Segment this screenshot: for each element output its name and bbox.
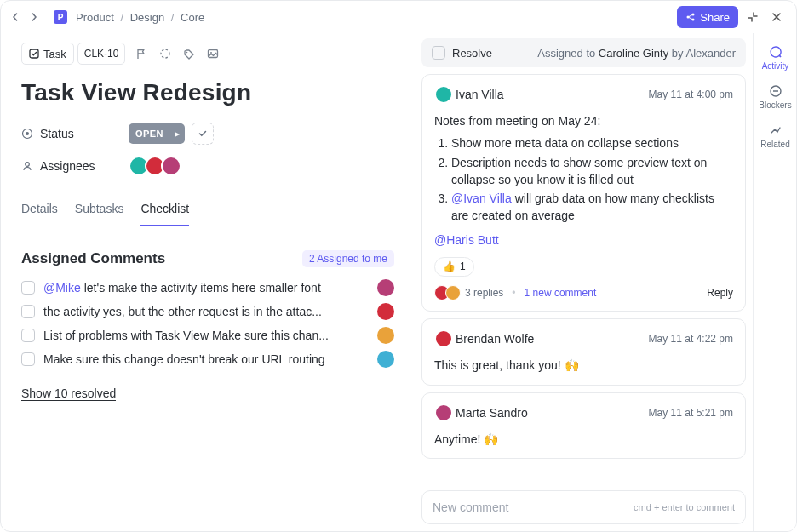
task-type-chip[interactable]: Task: [21, 43, 74, 65]
avatar[interactable]: [434, 85, 453, 104]
comment-text: @Mike let's make the activity items here…: [43, 281, 369, 295]
avatar[interactable]: [434, 403, 453, 422]
thread-participants[interactable]: [434, 285, 456, 300]
resolve-checkbox[interactable]: [432, 46, 445, 60]
rail-blockers[interactable]: Blockers: [754, 77, 796, 117]
task-title[interactable]: Task View Redesign: [21, 79, 394, 106]
assignees-avatars[interactable]: [129, 156, 177, 176]
resolve-label[interactable]: Resolve: [452, 47, 492, 60]
breadcrumb[interactable]: Product / Design / Core: [76, 11, 204, 24]
composer-placeholder: New comment: [433, 501, 508, 514]
status-field-label: Status: [21, 127, 129, 140]
status-value: OPEN: [135, 129, 163, 139]
tab-subtasks[interactable]: Subtasks: [75, 195, 124, 226]
side-rail: Activity Blockers Related: [754, 33, 796, 531]
assignees-field-label: Assignees: [21, 159, 129, 173]
svg-point-4: [161, 49, 169, 58]
breadcrumb-design[interactable]: Design: [130, 11, 164, 24]
reaction-chip[interactable]: 👍 1: [434, 257, 474, 277]
assigned-count-pill[interactable]: 2 Assigned to me: [302, 250, 394, 267]
comment-paragraph: Notes from meeting on May 24:: [434, 112, 733, 129]
comment-item[interactable]: @Mike let's make the activity items here…: [21, 276, 394, 300]
nav-back-icon[interactable]: [11, 13, 25, 21]
image-icon[interactable]: [207, 48, 222, 60]
assigned-comments-heading: Assigned Comments: [21, 250, 165, 267]
list-item: Description needs to show some preview t…: [451, 154, 733, 189]
checkbox[interactable]: [21, 352, 35, 366]
share-button[interactable]: Share: [677, 6, 738, 28]
status-complete-button[interactable]: [192, 123, 214, 145]
comment-time: May 11 at 5:21 pm: [649, 407, 733, 419]
avatar[interactable]: [377, 351, 394, 368]
reply-button[interactable]: Reply: [707, 287, 733, 299]
sprint-icon[interactable]: [159, 48, 175, 60]
avatar[interactable]: [434, 329, 453, 348]
reaction-count: 1: [460, 260, 466, 274]
comment-item[interactable]: Make sure this change doesn't break our …: [21, 347, 394, 371]
comment-author[interactable]: Brendan Wolfe: [456, 332, 534, 346]
comment-author[interactable]: Marta Sandro: [456, 406, 528, 420]
minimize-icon[interactable]: [743, 11, 762, 23]
topbar: P Product / Design / Core Share: [1, 1, 796, 33]
comment-text: the activity yes, but the other request …: [43, 305, 369, 318]
reaction-emoji: 👍: [443, 260, 456, 274]
resolve-bar: Resolve Assigned to Caroline Ginty by Al…: [421, 38, 746, 67]
tab-checklist[interactable]: Checklist: [140, 195, 189, 226]
status-next-icon[interactable]: ▸: [169, 128, 180, 140]
new-comment-link[interactable]: 1 new comment: [525, 287, 597, 299]
avatar[interactable]: [377, 303, 394, 320]
comment-time: May 11 at 4:22 pm: [649, 333, 733, 345]
comment-text: List of problems with Task View Make sur…: [43, 329, 369, 342]
rail-related[interactable]: Related: [754, 117, 796, 156]
show-resolved-link[interactable]: Show 10 resolved: [21, 386, 116, 401]
comment-text: Make sure this change doesn't break our …: [43, 352, 369, 366]
status-dropdown[interactable]: OPEN ▸: [129, 123, 185, 144]
checkbox[interactable]: [21, 329, 35, 342]
comment-author[interactable]: Ivan Villa: [456, 88, 504, 101]
list-item: Show more meta data on collapse sections: [451, 134, 733, 152]
task-id-chip[interactable]: CLK-10: [77, 43, 126, 65]
svg-rect-3: [30, 49, 38, 58]
breadcrumb-core[interactable]: Core: [181, 11, 204, 24]
share-label: Share: [700, 11, 730, 24]
avatar[interactable]: [377, 327, 394, 344]
comment-card: Brendan Wolfe May 11 at 4:22 pm This is …: [421, 318, 746, 385]
comment-card: Marta Sandro May 11 at 5:21 pm Anytime! …: [421, 392, 746, 459]
workspace-icon[interactable]: P: [54, 10, 67, 24]
tag-icon[interactable]: [183, 48, 198, 60]
avatar[interactable]: [377, 279, 394, 296]
comment-card: Ivan Villa May 11 at 4:00 pm Notes from …: [421, 74, 746, 312]
comment-item[interactable]: the activity yes, but the other request …: [21, 300, 394, 323]
rail-activity[interactable]: Activity: [754, 38, 796, 77]
close-icon[interactable]: [767, 11, 786, 23]
resolve-assigned-text: Assigned to Caroline Ginty by Alexander: [537, 47, 736, 60]
rail-label: Blockers: [759, 100, 791, 110]
tab-details[interactable]: Details: [21, 195, 58, 226]
rail-label: Activity: [762, 61, 789, 71]
svg-point-9: [26, 132, 29, 135]
checkbox[interactable]: [21, 305, 35, 318]
mention-link[interactable]: @Haris Butt: [434, 232, 733, 249]
nav-forward-icon[interactable]: [30, 13, 43, 21]
breadcrumb-product[interactable]: Product: [76, 11, 114, 24]
comment-paragraph: This is great, thank you! 🙌: [434, 357, 733, 374]
list-item: @Ivan Villa will grab data on how many c…: [451, 190, 733, 225]
avatar[interactable]: [161, 156, 181, 176]
replies-count[interactable]: 3 replies: [465, 287, 503, 299]
task-type-label: Task: [43, 48, 66, 60]
comment-time: May 11 at 4:00 pm: [649, 89, 733, 100]
flag-icon[interactable]: [135, 48, 151, 60]
checkbox[interactable]: [21, 281, 35, 295]
composer-hint: cmd + enter to comment: [634, 502, 735, 512]
new-comment-input[interactable]: New comment cmd + enter to comment: [421, 490, 746, 524]
task-detail-panel: Task CLK-10 Task View Redesign: [1, 33, 415, 531]
comment-paragraph: Anytime! 🙌: [434, 431, 733, 448]
comment-item[interactable]: List of problems with Task View Make sur…: [21, 323, 394, 347]
activity-panel: Resolve Assigned to Caroline Ginty by Al…: [415, 33, 754, 531]
task-tabs: Details Subtasks Checklist: [21, 195, 394, 226]
svg-point-5: [186, 52, 188, 54]
svg-point-10: [26, 163, 30, 167]
rail-label: Related: [760, 140, 789, 149]
